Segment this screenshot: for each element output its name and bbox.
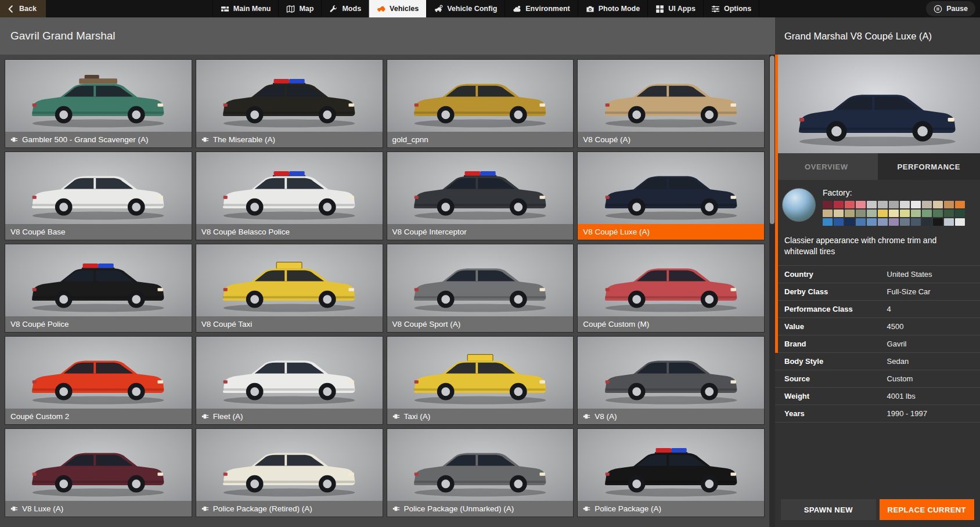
- vehicle-name: V8 Coupé Interceptor: [392, 228, 467, 236]
- vehicle-tile[interactable]: Gambler 500 - Grand Scavenger (A): [5, 59, 192, 148]
- paint-swatch[interactable]: [845, 210, 855, 217]
- paint-swatch[interactable]: [867, 201, 877, 208]
- paint-swatch[interactable]: [911, 218, 921, 226]
- paint-swatch[interactable]: [845, 218, 855, 226]
- tab-performance[interactable]: PERFORMANCE: [878, 153, 980, 180]
- paint-swatch[interactable]: [856, 218, 866, 226]
- nav-item-mods[interactable]: Mods: [321, 0, 369, 17]
- vehicle-tile[interactable]: V8 Luxe (A): [5, 428, 192, 517]
- vehicle-tile[interactable]: V8 Coupé Luxe (A): [577, 151, 765, 240]
- factory-label: Factory:: [823, 188, 965, 197]
- nav-item-label: Photo Mode: [599, 5, 640, 13]
- paint-swatch[interactable]: [955, 201, 965, 208]
- nav-item-ui-apps[interactable]: UI Apps: [647, 0, 703, 17]
- vehicle-tile[interactable]: V8 Coupé Taxi: [196, 244, 383, 333]
- paint-swatch[interactable]: [867, 218, 877, 226]
- paint-swatch[interactable]: [823, 218, 833, 226]
- vehicle-name: V8 Coupé Police: [10, 320, 69, 329]
- paint-swatch[interactable]: [878, 201, 888, 208]
- paint-swatch[interactable]: [955, 210, 965, 217]
- paint-swatch[interactable]: [823, 210, 833, 217]
- car-render: [217, 257, 362, 316]
- paint-swatch[interactable]: [922, 218, 932, 226]
- spec-row: Value4500: [775, 317, 980, 335]
- vehicle-tile[interactable]: Fleet (A): [196, 336, 383, 425]
- paint-swatch[interactable]: [933, 218, 943, 226]
- paint-swatch[interactable]: [834, 201, 844, 208]
- replace-current-button[interactable]: REPLACE CURRENT: [880, 499, 975, 520]
- paint-swatch[interactable]: [955, 218, 965, 226]
- paint-swatch[interactable]: [944, 210, 954, 217]
- paint-swatch[interactable]: [856, 210, 866, 217]
- paint-swatch[interactable]: [856, 201, 866, 208]
- vehicle-tile[interactable]: Police Package (Retired) (A): [196, 428, 383, 517]
- paint-swatch[interactable]: [823, 201, 833, 208]
- vehicle-grid: Gambler 500 - Grand Scavenger (A)The Mis…: [5, 59, 765, 517]
- paint-swatch[interactable]: [933, 210, 943, 217]
- panel-title: Grand Marshal V8 Coupé Luxe (A): [784, 31, 932, 42]
- paint-swatch[interactable]: [834, 218, 844, 226]
- scrollbar-track[interactable]: [769, 55, 775, 527]
- vehicle-tile[interactable]: V8 (A): [577, 336, 765, 425]
- vehicle-tile[interactable]: V8 Coupé Interceptor: [387, 151, 574, 240]
- vehicle-tile[interactable]: Taxi (A): [387, 336, 574, 425]
- nav-item-environment[interactable]: Environment: [505, 0, 577, 17]
- vehicle-tile[interactable]: Police Package (Unmarked) (A): [387, 428, 574, 517]
- scrollbar-thumb[interactable]: [770, 56, 774, 224]
- car-render: [599, 73, 744, 132]
- paint-swatch[interactable]: [834, 210, 844, 217]
- spec-key: Value: [784, 322, 887, 331]
- vehicle-tile[interactable]: Coupé Custom 2: [5, 336, 192, 425]
- vehicle-tile[interactable]: V8 Coupé (A): [577, 59, 765, 148]
- paint-swatch[interactable]: [845, 201, 855, 208]
- paint-swatch[interactable]: [878, 218, 888, 226]
- paint-swatch[interactable]: [889, 218, 899, 226]
- tab-overview[interactable]: OVERVIEW: [775, 153, 878, 180]
- car-render: [408, 349, 553, 409]
- car-render: [599, 257, 744, 316]
- spec-row: BrandGavril: [775, 335, 980, 352]
- back-label: Back: [19, 5, 37, 13]
- paint-swatch[interactable]: [911, 201, 921, 208]
- vehicle-thumbnail: [196, 152, 383, 224]
- paint-swatch[interactable]: [889, 210, 899, 217]
- paint-swatch[interactable]: [933, 201, 943, 208]
- vehicle-tile[interactable]: V8 Coupé Police: [5, 244, 192, 333]
- spec-key: Derby Class: [784, 287, 887, 296]
- vehicle-tile-label: V8 Coupé Belasco Police: [196, 224, 383, 240]
- paint-swatch[interactable]: [944, 201, 954, 208]
- pause-button[interactable]: Pause: [926, 1, 975, 16]
- vehicle-tile[interactable]: V8 Coupé Sport (A): [387, 244, 574, 333]
- vehicle-tile[interactable]: V8 Coupé Base: [5, 151, 192, 240]
- paint-swatch[interactable]: [900, 210, 910, 217]
- nav-item-vehicles[interactable]: Vehicles: [369, 0, 426, 17]
- vehicle-tile[interactable]: Coupé Custom (M): [577, 244, 765, 333]
- spawn-new-button[interactable]: SPAWN NEW: [781, 499, 876, 520]
- paint-swatch[interactable]: [878, 210, 888, 217]
- topbar-nav: Main MenuMapModsVehiclesVehicle ConfigEn…: [46, 0, 926, 17]
- spec-value: 4: [887, 305, 891, 313]
- vehicle-tile[interactable]: gold_cpnn: [387, 59, 574, 148]
- paint-swatch[interactable]: [911, 210, 921, 217]
- vehicle-tile[interactable]: The Miserable (A): [196, 59, 383, 148]
- paint-swatch[interactable]: [867, 210, 877, 217]
- vehicle-tile-label: V8 Coupé Base: [5, 224, 192, 240]
- paint-swatch[interactable]: [944, 218, 954, 226]
- vehicle-tile[interactable]: Police Package (A): [577, 428, 765, 517]
- spec-value: Gavril: [887, 340, 907, 348]
- back-button[interactable]: Back: [0, 0, 46, 17]
- paint-swatch[interactable]: [922, 201, 932, 208]
- factory-environment-thumbnail[interactable]: [782, 188, 816, 222]
- paint-swatch[interactable]: [900, 201, 910, 208]
- mod-badge-icon: [201, 136, 209, 143]
- nav-item-options[interactable]: Options: [703, 0, 759, 17]
- vehicle-tile[interactable]: V8 Coupé Belasco Police: [196, 151, 383, 240]
- nav-item-map[interactable]: Map: [278, 0, 321, 17]
- nav-item-photo-mode[interactable]: Photo Mode: [578, 0, 648, 17]
- nav-item-vehicle-config[interactable]: Vehicle Config: [426, 0, 505, 17]
- nav-item-main-menu[interactable]: Main Menu: [212, 0, 279, 17]
- paint-swatch[interactable]: [922, 210, 932, 217]
- paint-swatch[interactable]: [900, 218, 910, 226]
- paint-swatch[interactable]: [889, 201, 899, 208]
- vehicle-name: V8 Coupé Belasco Police: [201, 228, 290, 236]
